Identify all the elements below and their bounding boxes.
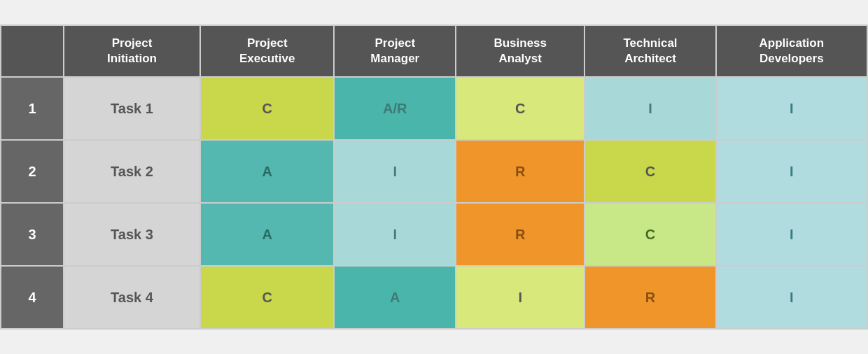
cell-project-manager-row2: I xyxy=(334,140,456,203)
step-number: 2 xyxy=(1,140,64,203)
step-number: 1 xyxy=(1,77,64,140)
raci-matrix: ProjectInitiation ProjectExecutive Proje… xyxy=(0,24,868,330)
cell-technical-architect-row2: C xyxy=(584,140,715,203)
step-number: 3 xyxy=(1,203,64,266)
cell-technical-architect-row4: R xyxy=(584,266,715,329)
cell-business-analyst-row2: R xyxy=(456,140,584,203)
cell-app-developers-row1: I xyxy=(716,77,867,140)
task-name: Task 2 xyxy=(64,140,200,203)
header-technical-architect: TechnicalArchitect xyxy=(584,25,715,77)
cell-project-executive-row1: C xyxy=(200,77,334,140)
cell-app-developers-row3: I xyxy=(716,203,867,266)
cell-business-analyst-row4: I xyxy=(456,266,584,329)
task-name: Task 3 xyxy=(64,203,200,266)
table-row: 4 Task 4 C A I R I xyxy=(1,266,867,329)
header-step xyxy=(1,25,64,77)
cell-project-manager-row1: A/R xyxy=(334,77,456,140)
header-application-developers: ApplicationDevelopers xyxy=(716,25,867,77)
header-business-analyst: BusinessAnalyst xyxy=(456,25,584,77)
cell-business-analyst-row1: C xyxy=(456,77,584,140)
table-row: 2 Task 2 A I R C I xyxy=(1,140,867,203)
cell-business-analyst-row3: R xyxy=(456,203,584,266)
header-project-manager: ProjectManager xyxy=(334,25,456,77)
header-project-initiation: ProjectInitiation xyxy=(64,25,200,77)
cell-app-developers-row4: I xyxy=(716,266,867,329)
cell-project-manager-row3: I xyxy=(334,203,456,266)
header-project-executive: ProjectExecutive xyxy=(200,25,334,77)
cell-technical-architect-row3: C xyxy=(584,203,715,266)
task-name: Task 4 xyxy=(64,266,200,329)
cell-project-executive-row3: A xyxy=(200,203,334,266)
task-name: Task 1 xyxy=(64,77,200,140)
table-row: 3 Task 3 A I R C I xyxy=(1,203,867,266)
cell-app-developers-row2: I xyxy=(716,140,867,203)
cell-project-executive-row2: A xyxy=(200,140,334,203)
cell-technical-architect-row1: I xyxy=(584,77,715,140)
cell-project-executive-row4: C xyxy=(200,266,334,329)
table-row: 1 Task 1 C A/R C I I xyxy=(1,77,867,140)
step-number: 4 xyxy=(1,266,64,329)
cell-project-manager-row4: A xyxy=(334,266,456,329)
